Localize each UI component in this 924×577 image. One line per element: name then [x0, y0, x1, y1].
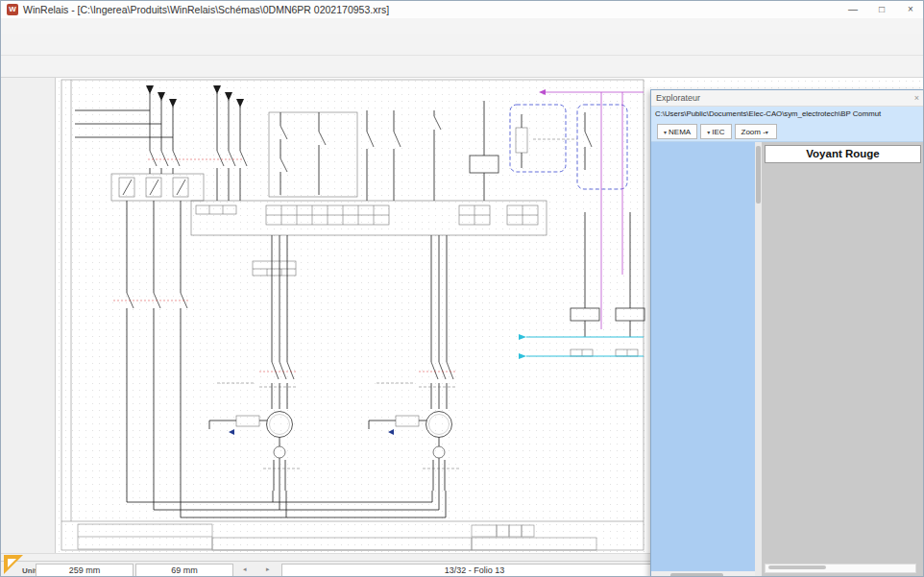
motors [267, 412, 452, 459]
library-tree[interactable] [651, 142, 755, 577]
schematic-sheet[interactable] [56, 78, 650, 551]
winrelais-window: W WinRelais - [C:\Ingerea\Produits\WinRe… [0, 0, 924, 577]
symbol-sidebar [1, 78, 56, 553]
explorer-toolbar: ▾NEMA ▾IEC Zoom -▾ [651, 122, 924, 142]
cursor-x-field: 259 mm [36, 564, 134, 577]
menu-bar [1, 18, 924, 35]
tree-horizontal-scrollbar[interactable] [651, 571, 755, 577]
reference-wires [519, 89, 644, 359]
nema-button[interactable]: ▾NEMA [657, 124, 697, 139]
folio-next-icon[interactable]: ▸ [266, 565, 270, 573]
close-icon[interactable]: × [914, 93, 919, 103]
folio-field: 13/32 - Folio 13 [281, 564, 668, 577]
symbol-grid-scrollbar[interactable] [765, 564, 916, 573]
chevron-down-icon: ▾ [664, 129, 667, 135]
cursor-y-field: 69 mm [135, 564, 233, 577]
highlight-boxes [470, 105, 644, 321]
dashed-links [113, 139, 577, 469]
wires-layer [75, 85, 630, 517]
title-bar: W WinRelais - [C:\Ingerea\Produits\WinRe… [1, 1, 924, 19]
explorer-title: Explorateur [656, 93, 700, 103]
app-icon: W [7, 4, 18, 15]
explorer-title-bar[interactable]: Explorateur × [651, 90, 924, 107]
iec-button[interactable]: ▾IEC [700, 124, 731, 139]
explorer-path: C:\Users\Public\Documents\Elec-CAO\sym_e… [651, 107, 924, 122]
folio-prev-icon[interactable]: ◂ [243, 565, 247, 573]
tree-vertical-scrollbar[interactable] [755, 142, 762, 577]
explorer-palette: Explorateur × C:\Users\Public\Documents\… [650, 89, 924, 577]
close-button[interactable]: × [896, 1, 924, 18]
chevron-down-icon: ▾ [707, 129, 710, 135]
sheet-frame [61, 80, 644, 550]
main-toolbar [1, 34, 924, 56]
maximize-button[interactable]: □ [867, 1, 896, 18]
zoom-dropdown[interactable]: Zoom -▾ [735, 124, 777, 139]
explorer-body: Voyant Rouge [651, 142, 924, 577]
window-buttons: —□× [839, 1, 924, 18]
chevron-down-icon: ▾ [766, 129, 768, 135]
draw-toolbar [1, 56, 924, 78]
unit-corner-fold [8, 559, 16, 567]
symbol-preview-panel: Voyant Rouge [762, 142, 924, 577]
window-title: WinRelais - [C:\Ingerea\Produits\WinRela… [23, 4, 389, 15]
preview-title: Voyant Rouge [765, 145, 921, 163]
minimize-button[interactable]: — [839, 1, 867, 18]
